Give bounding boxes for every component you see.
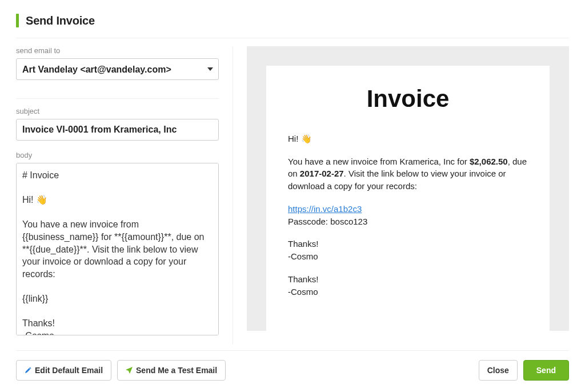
close-button[interactable]: Close bbox=[479, 360, 518, 381]
preview-link-block: https://in.vc/a1b2c3 Passcode: bosco123 bbox=[288, 203, 528, 228]
recipient-field: send email to Art Vandelay <art@vandelay… bbox=[16, 46, 219, 80]
paper-plane-icon bbox=[126, 367, 133, 374]
dialog-title: Send Invoice bbox=[26, 14, 95, 27]
recipient-label: send email to bbox=[16, 46, 219, 55]
divider bbox=[16, 98, 219, 99]
recipient-select[interactable]: Art Vandelay <art@vandelay.com> bbox=[16, 58, 219, 80]
button-label: Send Me a Test Email bbox=[136, 366, 217, 375]
preview-heading: Invoice bbox=[288, 82, 528, 117]
preview-body: You have a new invoice from Kramerica, I… bbox=[288, 155, 528, 193]
pencil-icon bbox=[25, 367, 31, 374]
subject-field: subject bbox=[16, 107, 219, 141]
subject-input[interactable] bbox=[16, 119, 219, 141]
preview-signature-2: Thanks!-Cosmo bbox=[288, 273, 528, 298]
button-label: Send bbox=[536, 366, 556, 375]
body-field: body bbox=[16, 151, 219, 345]
preview-greeting: Hi! 👋 bbox=[288, 133, 528, 145]
subject-label: subject bbox=[16, 107, 219, 115]
dialog-footer: Edit Default Email Send Me a Test Email … bbox=[16, 350, 569, 381]
body-label: body bbox=[16, 151, 219, 159]
edit-default-email-button[interactable]: Edit Default Email bbox=[16, 360, 111, 381]
send-button[interactable]: Send bbox=[523, 360, 569, 381]
preview-panel: Invoice Hi! 👋 You have a new invoice fro… bbox=[233, 46, 569, 345]
preview-frame: Invoice Hi! 👋 You have a new invoice fro… bbox=[247, 46, 569, 331]
send-test-email-button[interactable]: Send Me a Test Email bbox=[117, 360, 226, 381]
passcode-value: bosco123 bbox=[330, 217, 367, 226]
preview-link[interactable]: https://in.vc/a1b2c3 bbox=[288, 204, 362, 214]
passcode-label: Passcode: bbox=[288, 217, 330, 226]
dialog-body: send email to Art Vandelay <art@vandelay… bbox=[16, 38, 569, 345]
dialog-header: Send Invoice bbox=[16, 14, 569, 27]
preview-signature-1: Thanks!-Cosmo bbox=[288, 238, 528, 263]
form-panel: send email to Art Vandelay <art@vandelay… bbox=[16, 46, 233, 345]
accent-bar bbox=[16, 14, 19, 27]
preview-document: Invoice Hi! 👋 You have a new invoice fro… bbox=[266, 66, 550, 331]
button-label: Close bbox=[487, 366, 509, 375]
body-textarea[interactable] bbox=[16, 163, 219, 335]
button-label: Edit Default Email bbox=[35, 366, 103, 375]
